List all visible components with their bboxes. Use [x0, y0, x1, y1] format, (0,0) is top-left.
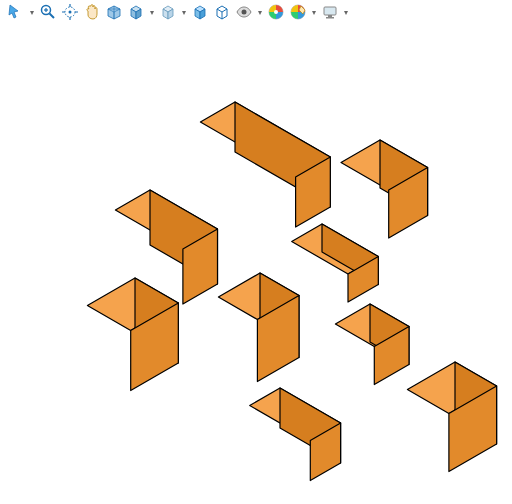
box-2[interactable]: [341, 140, 428, 238]
box-9[interactable]: [407, 362, 496, 472]
box-8[interactable]: [250, 388, 341, 481]
material-tool-dropdown[interactable]: ▾: [310, 2, 318, 22]
pan-tool[interactable]: [82, 2, 102, 22]
material-tool[interactable]: [288, 2, 308, 22]
visibility-tool[interactable]: [234, 2, 254, 22]
section-tool-icon: [105, 3, 123, 21]
wireframe-tool-icon: [213, 3, 231, 21]
svg-rect-12: [326, 17, 334, 19]
zoom-tool[interactable]: [38, 2, 58, 22]
view-cube-tool[interactable]: [126, 2, 146, 22]
svg-point-5: [69, 11, 72, 14]
view-cube-tool-dropdown[interactable]: ▾: [148, 2, 156, 22]
box-5[interactable]: [87, 278, 178, 391]
select-tool-dropdown[interactable]: ▾: [28, 2, 36, 22]
svg-point-6: [242, 10, 247, 15]
appearance-tool[interactable]: [266, 2, 286, 22]
select-tool-icon: [7, 3, 25, 21]
shaded-tool-icon: [191, 3, 209, 21]
select-tool[interactable]: [6, 2, 26, 22]
viewport-3d[interactable]: [0, 28, 512, 504]
section-tool[interactable]: [104, 2, 124, 22]
display-style-tool-dropdown[interactable]: ▾: [180, 2, 188, 22]
wireframe-tool[interactable]: [212, 2, 232, 22]
visibility-tool-dropdown[interactable]: ▾: [256, 2, 264, 22]
material-tool-icon: [289, 3, 307, 21]
view-cube-tool-icon: [127, 3, 145, 21]
zoom-fit-tool[interactable]: [60, 2, 80, 22]
pan-tool-icon: [83, 3, 101, 21]
display-style-tool[interactable]: [158, 2, 178, 22]
svg-line-1: [50, 14, 55, 19]
box-6[interactable]: [218, 273, 299, 382]
svg-rect-10: [324, 7, 336, 15]
screen-tool-dropdown[interactable]: ▾: [342, 2, 350, 22]
toolbar: ▾▾▾▾▾▾: [6, 2, 350, 22]
display-style-tool-icon: [159, 3, 177, 21]
shaded-tool[interactable]: [190, 2, 210, 22]
box-4[interactable]: [292, 224, 379, 302]
visibility-tool-icon: [235, 3, 253, 21]
box-7[interactable]: [335, 304, 409, 385]
svg-rect-11: [328, 15, 332, 17]
svg-point-8: [274, 10, 278, 14]
screen-tool-icon: [321, 3, 339, 21]
appearance-tool-icon: [267, 3, 285, 21]
box-1[interactable]: [200, 102, 330, 227]
screen-tool[interactable]: [320, 2, 340, 22]
zoom-tool-icon: [39, 3, 57, 21]
zoom-fit-tool-icon: [61, 3, 79, 21]
